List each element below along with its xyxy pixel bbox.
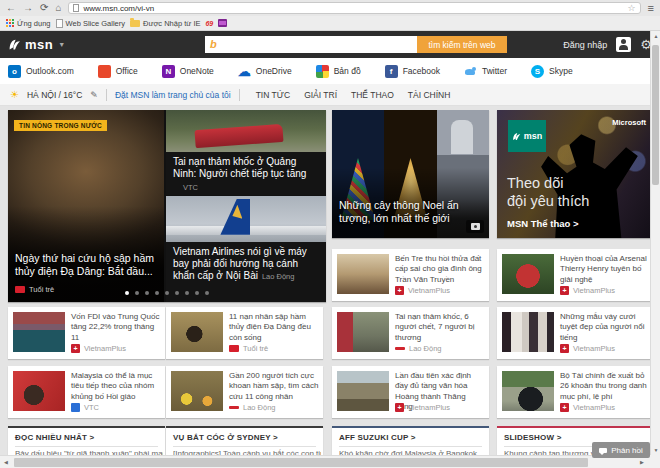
news-title[interactable]: Bộ Tài chính đề xuất bỏ 26 khoản thu tro… [560, 371, 650, 402]
section-title[interactable]: VỤ BẮT CÓC Ở SYDNEY > [173, 433, 278, 442]
carousel-dot[interactable] [135, 291, 139, 295]
search-input[interactable] [221, 40, 412, 49]
nav-items: TIN TỨC GIẢI TRÍ THỂ THAO TÀI CHÍNH [256, 90, 451, 100]
nav-tai-chinh[interactable]: TÀI CHÍNH [408, 90, 451, 100]
laodong-logo [395, 347, 405, 350]
service-maps[interactable]: Bản đồ [316, 65, 361, 78]
hero-side-title[interactable]: Vietnam Airlines nói gì về máy bay phải … [173, 246, 319, 282]
profile-icon[interactable] [616, 37, 631, 52]
carousel-dot[interactable] [165, 291, 169, 295]
section-title[interactable]: SLIDESHOW > [504, 433, 562, 442]
url-text[interactable]: www.msn.com/vi-vn [83, 4, 154, 13]
nav-the-thao[interactable]: THỂ THAO [351, 90, 394, 100]
news-title[interactable]: Bến Tre thu hồi thửa đất cấp sai cho gia… [395, 254, 485, 285]
vietnamplus-logo [560, 403, 569, 412]
hero-main-story[interactable]: TIN NÓNG TRONG NƯỚC Ngày thứ hai cứu hộ … [8, 110, 164, 302]
bookmark-star-icon[interactable]: ☆ [628, 3, 636, 13]
msn-tile-text: msn [524, 131, 543, 141]
news-card[interactable]: Lần đầu tiên xác định đầy đủ tầng văn hó… [332, 366, 489, 418]
set-homepage-link[interactable]: Đặt MSN làm trang chủ của tôi [115, 90, 231, 100]
news-title[interactable]: Huyền thoại của Arsenal Thierry Henry tu… [560, 254, 650, 285]
weather-text[interactable]: HÀ NỘI / 16°C [27, 90, 82, 100]
section-title[interactable]: ĐỌC NHIỀU NHẤT > [15, 433, 94, 442]
carousel-dot[interactable] [195, 291, 199, 295]
nav-giai-tri[interactable]: GIẢI TRÍ [304, 90, 337, 100]
onedrive-icon: ☁ [238, 65, 251, 78]
news-title[interactable]: Gần 200 người tích cực khoan hầm sập, tì… [229, 371, 319, 402]
sign-in-link[interactable]: Đăng nhập [563, 40, 607, 50]
search-box[interactable]: b [205, 36, 417, 53]
favicon-69[interactable]: 69 [205, 20, 213, 27]
carousel-dot[interactable] [205, 291, 209, 295]
carousel-dot[interactable] [155, 291, 159, 295]
news-title[interactable]: Những mẫu váy cưới tuyệt đẹp của người n… [560, 312, 650, 343]
news-card[interactable]: Malaysia có thể là mục tiêu tiếp theo củ… [8, 366, 165, 418]
scroll-left-icon[interactable]: ◀ [0, 456, 12, 468]
msn-sports-promo[interactable]: Microsoft msn Theo dõi đội yêu thích MSN… [497, 110, 654, 238]
news-title[interactable]: Vốn FDI vào Trung Quốc tăng 22,2% trong … [71, 312, 161, 343]
carousel-dot[interactable] [145, 291, 149, 295]
noel-title[interactable]: Những cây thông Noel ấn tượng, lớn nhất … [339, 199, 483, 225]
microsoft-brand: Microsoft [612, 118, 646, 127]
news-card[interactable]: Bộ Tài chính đề xuất bỏ 26 khoản thu tro… [497, 366, 654, 418]
hero-side-story-1[interactable]: Tai nạn thảm khốc ở Quảng Ninh: Người ch… [166, 110, 326, 195]
news-card[interactable]: 11 nạn nhân sập hầm thủy điện Đạ Dâng đề… [166, 307, 323, 359]
hero-side-story-2[interactable]: Vietnam Airlines nói gì về máy bay phải … [166, 196, 326, 302]
carousel-dot[interactable] [185, 291, 189, 295]
vietnamplus-logo [560, 286, 569, 295]
bookmark-web-slice-gallery[interactable]: Web Slice Gallery [56, 19, 125, 28]
nav-tin-tuc[interactable]: TIN TỨC [256, 90, 291, 100]
service-label: Outlook.com [26, 66, 74, 76]
news-card[interactable]: Tai nạn thảm khốc, 6 người chết, 7 người… [332, 307, 489, 359]
news-title[interactable]: Malaysia có thể là mục tiêu tiếp theo củ… [71, 371, 161, 402]
refresh-icon[interactable]: ⟳ [40, 3, 48, 13]
home-icon[interactable]: ⌂ [55, 3, 61, 13]
service-facebook[interactable]: f Facebook [385, 65, 440, 78]
feedback-button[interactable]: Phản hồi [592, 442, 650, 458]
hero-side-title[interactable]: Tai nạn thảm khốc ở Quảng Ninh: Người ch… [173, 156, 319, 180]
news-card[interactable]: Huyền thoại của Arsenal Thierry Henry tu… [497, 249, 654, 301]
favicon-tv[interactable] [218, 19, 227, 27]
vertical-scroll-thumb[interactable] [652, 45, 659, 185]
search-button[interactable]: tìm kiếm trên web [417, 36, 507, 53]
bookmark-apps[interactable]: Ứng dụng [6, 19, 51, 28]
services-row: o Outlook.com Office N OneNote ☁ OneDriv… [0, 58, 660, 84]
horizontal-scroll-thumb[interactable] [14, 458, 588, 467]
header-right: Đăng nhập ⚙ [563, 37, 652, 52]
edit-pencil-icon[interactable]: ✎ [90, 90, 98, 100]
section-aff-suzuki-cup: AFF SUZUKI CUP > Khó khăn chờ đợi Malays… [332, 426, 489, 455]
noel-photo-card[interactable]: Những cây thông Noel ấn tượng, lớn nhất … [332, 110, 489, 238]
scroll-down-icon[interactable]: ▼ [651, 445, 660, 455]
carousel-dot[interactable] [125, 291, 129, 295]
address-bar[interactable]: www.msn.com/vi-vn ☆ [68, 2, 640, 14]
service-office[interactable]: Office [98, 65, 138, 78]
service-twitter[interactable]: Twitter [464, 65, 507, 78]
forward-icon[interactable]: → [23, 3, 33, 13]
news-title[interactable]: Tai nạn thảm khốc, 6 người chết, 7 người… [395, 312, 485, 343]
hero-main-title[interactable]: Ngày thứ hai cứu hộ sập hầm thủy điện Đạ… [15, 252, 159, 278]
bookmark-imported-folder[interactable]: Được Nhập từ IE [130, 19, 200, 28]
service-outlook[interactable]: o Outlook.com [8, 65, 74, 78]
menu-icon[interactable]: ≡ [648, 2, 654, 14]
divider [15, 446, 158, 447]
carousel-dot[interactable] [175, 291, 179, 295]
vertical-scrollbar[interactable]: ▲ ▼ [650, 31, 660, 455]
news-card[interactable]: Những mẫu váy cưới tuyệt đẹp của người n… [497, 307, 654, 359]
promo-line2: đội yêu thích [507, 192, 589, 210]
news-card[interactable]: Bến Tre thu hồi thửa đất cấp sai cho gia… [332, 249, 489, 301]
back-icon[interactable]: ← [6, 3, 16, 13]
news-title[interactable]: 11 nạn nhân sập hầm thủy điện Đạ Dâng đề… [229, 312, 319, 343]
news-card[interactable]: Gần 200 người tích cực khoan hầm sập, tì… [166, 366, 323, 418]
horizontal-scrollbar[interactable]: ◀ ▶ [0, 455, 660, 468]
msn-logo[interactable]: msn ▼ [8, 37, 65, 52]
tuoitre-logo [15, 286, 25, 293]
news-source: VTC [71, 403, 99, 412]
msn-tile: msn [508, 120, 546, 152]
section-title[interactable]: AFF SUZUKI CUP > [339, 433, 416, 442]
scroll-up-icon[interactable]: ▲ [651, 31, 660, 41]
msn-sports-link[interactable]: MSN Thể thao > [507, 218, 579, 229]
service-skype[interactable]: S Skype [531, 65, 573, 78]
news-card[interactable]: Vốn FDI vào Trung Quốc tăng 22,2% trong … [8, 307, 165, 359]
service-onenote[interactable]: N OneNote [162, 65, 214, 78]
service-onedrive[interactable]: ☁ OneDrive [238, 65, 292, 78]
